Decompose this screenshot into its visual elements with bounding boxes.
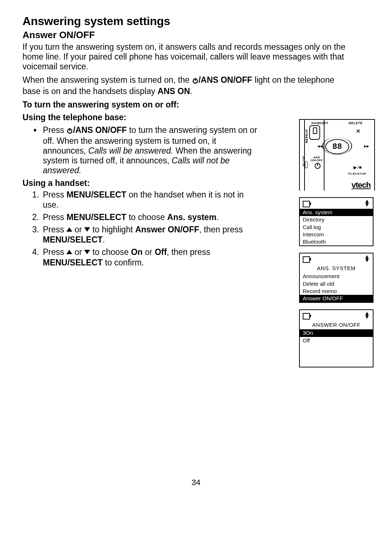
handset-screen-1: ▲▼ Ans. system Directory Call log Interc… (299, 197, 373, 246)
handset-screen-3: ▲▼ ANSWER ON/OFF 3On Off (299, 309, 373, 367)
handset-label: HANDSET (311, 121, 328, 125)
menu-row: Intercom (300, 231, 373, 238)
menu-row: Answer ON/OFF (300, 295, 373, 302)
updown-icon: ▲▼ (364, 255, 370, 262)
down-arrow-icon (84, 227, 90, 232)
step-2: Press MENU/SELECT to choose Ans. system. (41, 212, 258, 222)
power-icon (66, 126, 73, 136)
menu-row: Record memo (300, 288, 373, 295)
power-button-icon (314, 162, 322, 170)
down-arrow-icon (84, 250, 90, 254)
menu-row: Announcement (300, 273, 373, 280)
intro-paragraph: If you turn the answering system on, it … (23, 42, 349, 72)
handset-screen-2: ▲▼ ANS. SYSTEM Announcement Delete all o… (299, 253, 373, 303)
menu-row: Ans. system (300, 209, 373, 216)
bullet-base: Press /ANS ON/OFF to turn the answering … (41, 125, 258, 176)
section-title: Answer ON/OFF (23, 29, 371, 41)
repeat-label: REPEAT (305, 129, 309, 143)
battery-icon (303, 201, 310, 207)
handset-icon (309, 125, 320, 140)
menu-row: Off (300, 337, 373, 344)
subhead-turn-onoff: To turn the answering system on or off: (23, 100, 371, 110)
delete-label: DELETE (348, 121, 363, 125)
menu-row: Call log (300, 224, 373, 231)
menu-row: Delete all old (300, 280, 373, 288)
step-4: Press or to choose On or Off, then press… (41, 247, 258, 267)
subhead-using-handset: Using a handset: (23, 178, 258, 188)
delete-x-icon: ✕ (356, 128, 360, 134)
ans-onoff-label: ANSON/OFF (311, 156, 323, 162)
step-1: Press MENU/SELECT on the handset when it… (41, 190, 258, 210)
page-number: 34 (0, 478, 392, 487)
page-title: Answering system settings (23, 15, 371, 28)
updown-icon: ▲▼ (364, 312, 370, 318)
skip-arrow-icon: ▸▸ (364, 143, 369, 149)
display-counter: 88 (325, 139, 349, 154)
playstop-label: PLAY/STOP (348, 172, 366, 175)
battery-icon (303, 313, 310, 320)
power-icon (192, 76, 199, 86)
menu-row: 3On (300, 329, 373, 337)
menu-row: Bluetooth (300, 238, 373, 245)
screen-title: ANS. SYSTEM (300, 264, 373, 273)
brand-logo: vtech (352, 180, 371, 190)
repeat-arrow-icon: ◂◂ (317, 143, 322, 149)
updown-icon: ▲▼ (364, 199, 370, 206)
menu-row: Directory (300, 216, 373, 223)
inuse-led-icon (305, 162, 308, 168)
screen-title: ANSWER ON/OFF (300, 321, 373, 329)
playstop-icon: ▶/■ (354, 165, 362, 170)
base-diagram: HANDSET DELETE ✕ 88 ◂◂ ▸▸ REPEAT ANSON/O… (299, 119, 375, 191)
up-arrow-icon (66, 250, 72, 254)
step-3: Press or to highlight Answer ON/OFF, the… (41, 224, 258, 245)
light-paragraph: When the answering system is turned on, … (23, 75, 349, 96)
battery-icon (303, 256, 310, 263)
up-arrow-icon (66, 227, 72, 232)
